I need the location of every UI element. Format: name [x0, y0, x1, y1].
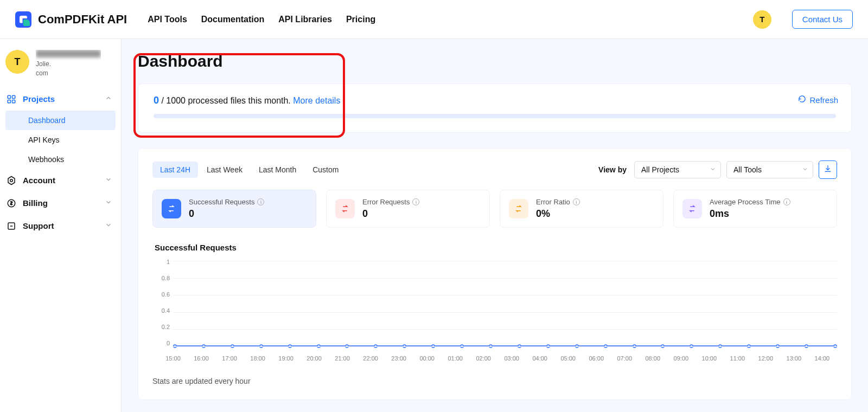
- top-nav: ComPDFKit API API Tools Documentation AP…: [0, 0, 868, 39]
- metric-value: 0ms: [710, 208, 790, 220]
- metric-value: 0%: [536, 208, 580, 220]
- refresh-icon: [798, 95, 806, 105]
- sidebar-item-api-keys[interactable]: API Keys: [5, 130, 116, 150]
- usage-text: 0 / 1000 processed files this month. Mor…: [154, 95, 836, 106]
- metric-error-ratio[interactable]: Error Ratioi 0%: [500, 190, 663, 228]
- sidebar-projects-group: Projects Dashboard API Keys Webhooks: [0, 88, 121, 169]
- usage-progress-bar: [154, 114, 836, 118]
- info-icon: i: [412, 198, 419, 205]
- settings-icon: [7, 176, 16, 185]
- stats-card: Last 24H Last Week Last Month Custom Vie…: [138, 148, 852, 400]
- info-icon: i: [257, 198, 264, 205]
- sidebar-support-header[interactable]: Support: [0, 215, 121, 237]
- nav-documentation[interactable]: Documentation: [201, 15, 264, 24]
- chevron-down-icon: [105, 198, 112, 208]
- chart-title: Successful Requests: [155, 243, 837, 252]
- main-content: Dashboard 0 / 1000 processed files this …: [122, 39, 868, 412]
- tool-select-value: All Tools: [733, 165, 762, 174]
- usage-card: 0 / 1000 processed files this month. Mor…: [138, 83, 852, 133]
- swap-icon: [509, 199, 528, 218]
- sidebar-user-info: Jolie. com: [36, 50, 101, 78]
- svg-rect-1: [12, 95, 15, 98]
- svg-rect-0: [8, 95, 10, 98]
- sidebar-item-dashboard[interactable]: Dashboard: [5, 111, 116, 130]
- swap-icon: [335, 199, 355, 218]
- dollar-icon: [7, 198, 16, 208]
- contact-us-button[interactable]: Contact Us: [792, 10, 853, 29]
- svg-marker-4: [8, 176, 15, 184]
- more-details-link[interactable]: More details: [293, 96, 340, 105]
- nav-links: API Tools Documentation API Libraries Pr…: [148, 15, 375, 24]
- metric-label: Average Process Timei: [710, 198, 790, 206]
- sidebar-billing-label: Billing: [23, 198, 48, 208]
- brand-name: ComPDFKit API: [38, 12, 127, 27]
- info-icon: i: [783, 198, 790, 205]
- chart-y-labels: 10.80.60.40.20: [155, 259, 170, 346]
- download-icon: [824, 164, 832, 175]
- user-avatar[interactable]: T: [753, 10, 771, 29]
- metric-value: 0: [189, 208, 264, 220]
- page-title: Dashboard: [138, 52, 852, 70]
- metric-successful-requests[interactable]: Successful Requestsi 0: [152, 190, 316, 228]
- sidebar-avatar: T: [5, 50, 29, 74]
- svg-point-5: [10, 179, 13, 182]
- refresh-label: Refresh: [809, 95, 838, 105]
- chevron-down-icon: [105, 221, 112, 230]
- svg-rect-3: [12, 100, 15, 102]
- sidebar: T Jolie. com Projects Dashboard API Keys: [0, 39, 122, 412]
- tool-select[interactable]: All Tools: [726, 161, 813, 178]
- range-tabs: Last 24H Last Week Last Month Custom: [152, 162, 346, 178]
- nav-api-tools[interactable]: API Tools: [148, 15, 187, 24]
- sidebar-projects-label: Projects: [23, 94, 55, 104]
- sidebar-user-line3: com: [36, 69, 101, 78]
- sidebar-user-line2: Jolie.: [36, 60, 101, 69]
- metric-avg-process-time[interactable]: Average Process Timei 0ms: [673, 190, 837, 228]
- brand-logo-icon: [15, 11, 31, 28]
- sidebar-support-label: Support: [23, 221, 54, 230]
- refresh-button[interactable]: Refresh: [798, 95, 838, 105]
- nav-api-libraries[interactable]: API Libraries: [278, 15, 332, 24]
- support-icon: [7, 221, 16, 231]
- sidebar-user: T Jolie. com: [0, 46, 121, 88]
- project-select[interactable]: All Projects: [634, 161, 721, 178]
- sidebar-billing-header[interactable]: Billing: [0, 192, 121, 215]
- svg-rect-2: [8, 100, 10, 102]
- view-by-label: View by: [598, 165, 627, 174]
- sidebar-account-header[interactable]: Account: [0, 169, 121, 192]
- swap-icon: [162, 199, 181, 218]
- stats-toolbar: Last 24H Last Week Last Month Custom Vie…: [152, 160, 837, 179]
- usage-limit-text: / 1000 processed files this month.: [159, 96, 293, 105]
- chevron-down-icon: [710, 165, 716, 174]
- range-tab-last-week[interactable]: Last Week: [199, 162, 250, 178]
- metric-error-requests[interactable]: Error Requestsi 0: [326, 190, 490, 228]
- brand[interactable]: ComPDFKit API: [15, 11, 127, 28]
- chart-x-labels: 15:0016:0017:0018:0019:0020:0021:0022:00…: [173, 355, 837, 362]
- download-button[interactable]: [819, 160, 837, 179]
- chevron-up-icon: [105, 94, 112, 104]
- metric-value: 0: [362, 208, 419, 220]
- chevron-down-icon: [802, 165, 808, 174]
- project-select-value: All Projects: [641, 165, 679, 174]
- chevron-down-icon: [105, 176, 112, 185]
- sidebar-account-label: Account: [23, 176, 55, 185]
- nav-pricing[interactable]: Pricing: [346, 15, 375, 24]
- grid-icon: [7, 94, 16, 104]
- stats-footer: Stats are updated every hour: [152, 377, 837, 385]
- range-tab-last-month[interactable]: Last Month: [251, 162, 304, 178]
- metric-label: Error Ratioi: [536, 198, 580, 206]
- info-icon: i: [573, 198, 580, 205]
- chart-plot: [173, 261, 837, 346]
- range-tab-last-24h[interactable]: Last 24H: [152, 162, 198, 178]
- chart: 10.80.60.40.20 15:0016:0017:0018:0019:00…: [155, 259, 837, 362]
- swap-icon: [682, 199, 702, 218]
- usage-processed-count: 0: [154, 95, 159, 106]
- metric-row: Successful Requestsi 0 Error Requestsi 0: [152, 190, 837, 228]
- sidebar-projects-header[interactable]: Projects: [0, 88, 121, 111]
- metric-label: Error Requestsi: [362, 198, 419, 206]
- sidebar-item-webhooks[interactable]: Webhooks: [5, 150, 116, 169]
- sidebar-user-name-redacted: [36, 50, 101, 57]
- range-tab-custom[interactable]: Custom: [305, 162, 346, 178]
- metric-label: Successful Requestsi: [189, 198, 264, 206]
